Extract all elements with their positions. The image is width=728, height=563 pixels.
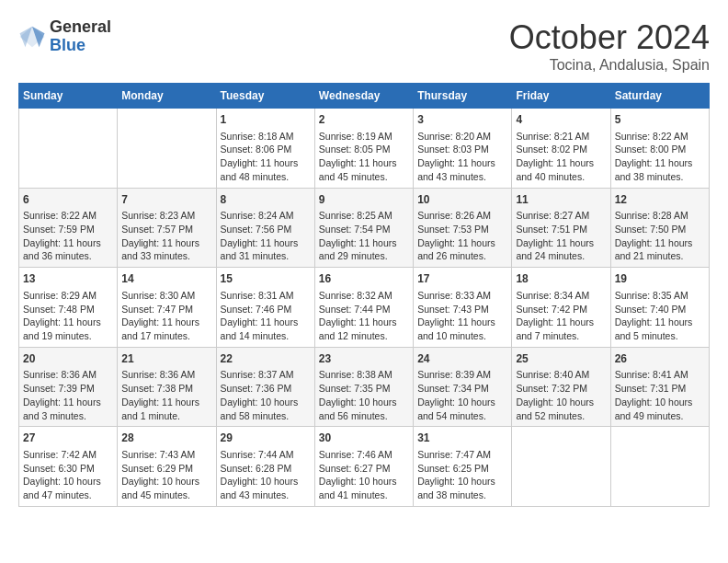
day-number: 10: [417, 192, 507, 208]
day-number: 5: [615, 112, 705, 128]
day-number: 17: [417, 271, 507, 287]
cell-content: Sunrise: 8:20 AM Sunset: 8:03 PM Dayligh…: [417, 130, 507, 184]
calendar-cell: 18Sunrise: 8:34 AM Sunset: 7:42 PM Dayli…: [512, 268, 610, 348]
cell-content: Sunrise: 7:42 AM Sunset: 6:30 PM Dayligh…: [23, 448, 113, 502]
day-number: 4: [516, 112, 606, 128]
cell-content: Sunrise: 8:25 AM Sunset: 7:54 PM Dayligh…: [319, 209, 409, 263]
day-number: 9: [319, 192, 409, 208]
cell-content: Sunrise: 8:30 AM Sunset: 7:47 PM Dayligh…: [121, 289, 211, 343]
day-number: 14: [121, 271, 211, 287]
day-number: 31: [417, 431, 507, 446]
day-number: 29: [221, 431, 311, 446]
calendar-cell: 26Sunrise: 8:41 AM Sunset: 7:31 PM Dayli…: [610, 347, 709, 427]
cell-content: Sunrise: 7:43 AM Sunset: 6:29 PM Dayligh…: [121, 448, 211, 502]
calendar-cell: 10Sunrise: 8:26 AM Sunset: 7:53 PM Dayli…: [414, 188, 512, 268]
calendar-cell: [118, 109, 216, 189]
weekday-header-saturday: Saturday: [610, 84, 709, 109]
weekday-header-friday: Friday: [512, 84, 610, 109]
weekday-header-tuesday: Tuesday: [216, 84, 314, 109]
cell-content: Sunrise: 8:41 AM Sunset: 7:31 PM Dayligh…: [615, 368, 705, 422]
calendar-cell: 24Sunrise: 8:39 AM Sunset: 7:34 PM Dayli…: [414, 347, 512, 427]
day-number: 20: [23, 351, 113, 367]
day-number: 2: [319, 112, 409, 128]
calendar-cell: 29Sunrise: 7:44 AM Sunset: 6:28 PM Dayli…: [216, 427, 314, 507]
location-subtitle: Tocina, Andalusia, Spain: [509, 57, 710, 74]
weekday-header-wednesday: Wednesday: [314, 84, 413, 109]
calendar-cell: 7Sunrise: 8:23 AM Sunset: 7:57 PM Daylig…: [118, 188, 216, 268]
calendar-cell: 17Sunrise: 8:33 AM Sunset: 7:43 PM Dayli…: [414, 268, 512, 348]
calendar-week-row: 27Sunrise: 7:42 AM Sunset: 6:30 PM Dayli…: [19, 427, 710, 507]
logo-icon: [18, 23, 46, 51]
calendar-cell: 2Sunrise: 8:19 AM Sunset: 8:05 PM Daylig…: [314, 109, 413, 189]
day-number: 12: [615, 192, 705, 208]
calendar-cell: 30Sunrise: 7:46 AM Sunset: 6:27 PM Dayli…: [314, 427, 413, 507]
calendar-cell: 23Sunrise: 8:38 AM Sunset: 7:35 PM Dayli…: [314, 347, 413, 427]
cell-content: Sunrise: 7:47 AM Sunset: 6:25 PM Dayligh…: [417, 448, 507, 502]
cell-content: Sunrise: 7:44 AM Sunset: 6:28 PM Dayligh…: [221, 448, 311, 502]
calendar-cell: 28Sunrise: 7:43 AM Sunset: 6:29 PM Dayli…: [118, 427, 216, 507]
day-number: 13: [23, 271, 113, 287]
day-number: 18: [516, 271, 606, 287]
day-number: 22: [221, 351, 311, 367]
day-number: 30: [319, 431, 409, 446]
day-number: 6: [23, 192, 113, 208]
day-number: 26: [615, 351, 705, 367]
calendar-cell: 9Sunrise: 8:25 AM Sunset: 7:54 PM Daylig…: [314, 188, 413, 268]
day-number: 25: [516, 351, 606, 367]
calendar-cell: 22Sunrise: 8:37 AM Sunset: 7:36 PM Dayli…: [216, 347, 314, 427]
day-number: 8: [221, 192, 311, 208]
calendar-week-row: 1Sunrise: 8:18 AM Sunset: 8:06 PM Daylig…: [19, 109, 710, 189]
cell-content: Sunrise: 8:36 AM Sunset: 7:39 PM Dayligh…: [23, 368, 113, 422]
calendar-cell: 16Sunrise: 8:32 AM Sunset: 7:44 PM Dayli…: [314, 268, 413, 348]
cell-content: Sunrise: 8:22 AM Sunset: 8:00 PM Dayligh…: [615, 130, 705, 184]
title-block: October 2024 Tocina, Andalusia, Spain: [509, 18, 710, 74]
weekday-header-thursday: Thursday: [414, 84, 512, 109]
day-number: 23: [319, 351, 409, 367]
calendar-week-row: 13Sunrise: 8:29 AM Sunset: 7:48 PM Dayli…: [19, 268, 710, 348]
calendar-week-row: 6Sunrise: 8:22 AM Sunset: 7:59 PM Daylig…: [19, 188, 710, 268]
day-number: 15: [221, 271, 311, 287]
calendar-cell: 5Sunrise: 8:22 AM Sunset: 8:00 PM Daylig…: [610, 109, 709, 189]
calendar-cell: 3Sunrise: 8:20 AM Sunset: 8:03 PM Daylig…: [414, 109, 512, 189]
cell-content: Sunrise: 8:39 AM Sunset: 7:34 PM Dayligh…: [417, 368, 507, 422]
cell-content: Sunrise: 8:19 AM Sunset: 8:05 PM Dayligh…: [319, 130, 409, 184]
day-number: 24: [417, 351, 507, 367]
calendar-cell: [19, 109, 118, 189]
cell-content: Sunrise: 8:29 AM Sunset: 7:48 PM Dayligh…: [23, 289, 113, 343]
calendar-cell: 21Sunrise: 8:36 AM Sunset: 7:38 PM Dayli…: [118, 347, 216, 427]
cell-content: Sunrise: 7:46 AM Sunset: 6:27 PM Dayligh…: [319, 448, 409, 502]
calendar-cell: 6Sunrise: 8:22 AM Sunset: 7:59 PM Daylig…: [19, 188, 118, 268]
calendar-cell: 27Sunrise: 7:42 AM Sunset: 6:30 PM Dayli…: [19, 427, 118, 507]
calendar-cell: 15Sunrise: 8:31 AM Sunset: 7:46 PM Dayli…: [216, 268, 314, 348]
calendar-cell: 31Sunrise: 7:47 AM Sunset: 6:25 PM Dayli…: [414, 427, 512, 507]
logo-blue-text: Blue: [50, 37, 111, 55]
cell-content: Sunrise: 8:28 AM Sunset: 7:50 PM Dayligh…: [615, 209, 705, 263]
calendar-cell: 19Sunrise: 8:35 AM Sunset: 7:40 PM Dayli…: [610, 268, 709, 348]
day-number: 3: [417, 112, 507, 128]
day-number: 1: [221, 112, 311, 128]
cell-content: Sunrise: 8:26 AM Sunset: 7:53 PM Dayligh…: [417, 209, 507, 263]
day-number: 11: [516, 192, 606, 208]
weekday-header-sunday: Sunday: [19, 84, 118, 109]
cell-content: Sunrise: 8:24 AM Sunset: 7:56 PM Dayligh…: [221, 209, 311, 263]
calendar-cell: 8Sunrise: 8:24 AM Sunset: 7:56 PM Daylig…: [216, 188, 314, 268]
calendar-cell: 14Sunrise: 8:30 AM Sunset: 7:47 PM Dayli…: [118, 268, 216, 348]
day-number: 21: [121, 351, 211, 367]
cell-content: Sunrise: 8:36 AM Sunset: 7:38 PM Dayligh…: [121, 368, 211, 422]
calendar-cell: 20Sunrise: 8:36 AM Sunset: 7:39 PM Dayli…: [19, 347, 118, 427]
cell-content: Sunrise: 8:38 AM Sunset: 7:35 PM Dayligh…: [319, 368, 409, 422]
day-number: 16: [319, 271, 409, 287]
cell-content: Sunrise: 8:21 AM Sunset: 8:02 PM Dayligh…: [516, 130, 606, 184]
weekday-row: SundayMondayTuesdayWednesdayThursdayFrid…: [19, 84, 710, 109]
day-number: 28: [121, 431, 211, 446]
logo: General Blue: [18, 18, 111, 55]
calendar-cell: [610, 427, 709, 507]
month-title: October 2024: [509, 18, 710, 57]
calendar-body: 1Sunrise: 8:18 AM Sunset: 8:06 PM Daylig…: [19, 109, 710, 507]
cell-content: Sunrise: 8:37 AM Sunset: 7:36 PM Dayligh…: [221, 368, 311, 422]
calendar-header: SundayMondayTuesdayWednesdayThursdayFrid…: [19, 84, 710, 109]
weekday-header-monday: Monday: [118, 84, 216, 109]
calendar-cell: 25Sunrise: 8:40 AM Sunset: 7:32 PM Dayli…: [512, 347, 610, 427]
calendar-cell: 12Sunrise: 8:28 AM Sunset: 7:50 PM Dayli…: [610, 188, 709, 268]
logo-text: General Blue: [50, 18, 111, 55]
